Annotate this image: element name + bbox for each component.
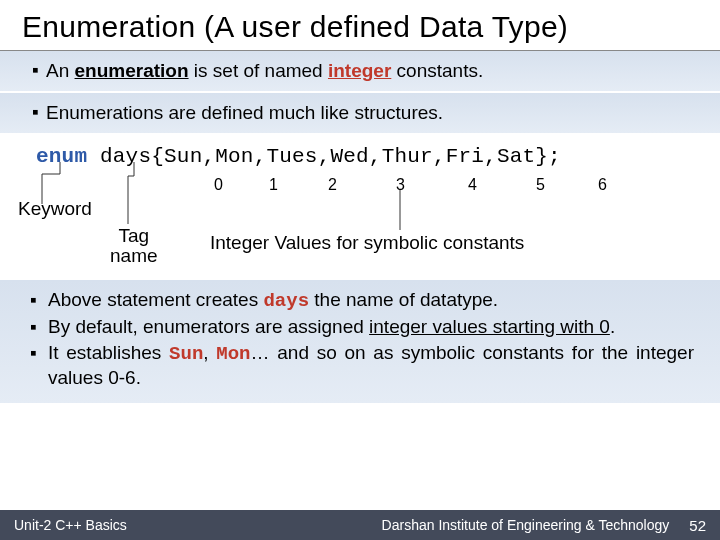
label-keyword: Keyword: [18, 198, 92, 220]
text: ,: [203, 342, 216, 363]
code-rest: days{Sun,Mon,Tues,Wed,Thur,Fri,Sat};: [87, 145, 561, 168]
text: By default, enumerators are assigned: [48, 316, 369, 337]
text: It establishes: [48, 342, 169, 363]
annotation-area: 0 1 2 3 4 5 6 Keyword Tag name Integer V…: [0, 170, 720, 280]
footer-page-number: 52: [689, 517, 706, 534]
text: .: [610, 316, 615, 337]
footer-bar: Unit-2 C++ Basics Darshan Institute of E…: [0, 510, 720, 540]
text: An: [46, 60, 75, 81]
text: the name of datatype.: [309, 289, 498, 310]
bullet-5: ▪ It establishes Sun, Mon… and so on as …: [30, 341, 694, 391]
num-6: 6: [598, 176, 607, 194]
num-0: 0: [214, 176, 223, 194]
num-2: 2: [328, 176, 337, 194]
bullet-3: ▪ Above statement creates days the name …: [30, 288, 694, 313]
text-bold-red: integer: [328, 60, 391, 81]
code-inline: Sun: [169, 343, 203, 365]
label-integer-values: Integer Values for symbolic constants: [210, 232, 524, 254]
text: Tag: [118, 225, 149, 246]
lower-bullets: ▪ Above statement creates days the name …: [0, 280, 720, 403]
text: Enumerations are defined much like struc…: [46, 101, 686, 125]
footer-center: Darshan Institute of Engineering & Techn…: [127, 517, 689, 533]
label-tag-name: Tag name: [110, 226, 158, 268]
bullet-1: ▪ An enumeration is set of named integer…: [0, 51, 720, 91]
slide-body: ▪ An enumeration is set of named integer…: [0, 51, 720, 403]
slide-title: Enumeration (A user defined Data Type): [0, 0, 720, 51]
num-4: 4: [468, 176, 477, 194]
code-line: enum days{Sun,Mon,Tues,Wed,Thur,Fri,Sat}…: [0, 135, 720, 170]
code-inline: days: [263, 290, 309, 312]
footer-left: Unit-2 C++ Basics: [14, 517, 127, 533]
bullet-2: ▪Enumerations are defined much like stru…: [0, 93, 720, 133]
connector-values: [390, 188, 420, 234]
num-1: 1: [269, 176, 278, 194]
code-inline: Mon: [216, 343, 250, 365]
text-underline: integer values starting with 0: [369, 316, 610, 337]
num-3: 3: [396, 176, 405, 194]
text: is set of named: [189, 60, 328, 81]
code-keyword: enum: [36, 145, 87, 168]
text: name: [110, 245, 158, 266]
text: constants.: [391, 60, 483, 81]
text-bold: enumeration: [75, 60, 189, 81]
bullet-4: ▪ By default, enumerators are assigned i…: [30, 315, 694, 339]
text: Above statement creates: [48, 289, 263, 310]
num-5: 5: [536, 176, 545, 194]
